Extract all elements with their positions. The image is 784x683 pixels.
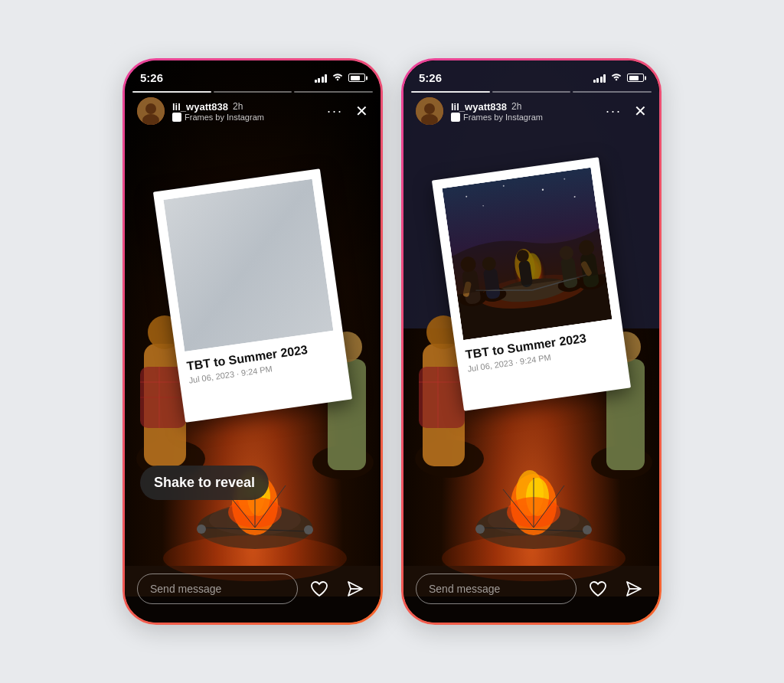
polaroid-frame-right: TBT to Summer 2023 Jul 06, 2023 · 9:24 P… — [432, 157, 631, 411]
message-bar-right: Send message — [416, 574, 647, 604]
avatar-left — [137, 97, 165, 125]
message-placeholder-right: Send message — [429, 583, 500, 595]
header-info-left: lil_wyatt838 2h Frames by Instagram — [172, 101, 327, 122]
phone-right: 5:26 — [401, 58, 662, 625]
polaroid-right: TBT to Summer 2023 Jul 06, 2023 · 9:24 P… — [432, 157, 631, 411]
svg-point-55 — [424, 103, 435, 114]
phone-right-wrapper: 5:26 — [401, 58, 662, 625]
frames-row-right: Frames by Instagram — [451, 113, 606, 122]
wifi-icon-right — [610, 72, 622, 83]
svg-point-20 — [197, 525, 206, 534]
progress-bar-3 — [294, 91, 373, 93]
message-input-right[interactable]: Send message — [416, 574, 577, 604]
status-icons-right — [593, 72, 645, 83]
message-input-left[interactable]: Send message — [137, 574, 298, 604]
status-time-left: 5:26 — [140, 71, 163, 84]
progress-bar-r2 — [492, 91, 571, 93]
svg-point-21 — [304, 525, 313, 534]
signal-icon-left — [315, 74, 328, 83]
progress-bar-1 — [132, 91, 211, 93]
avatar-right — [416, 97, 443, 125]
phone-left-wrapper: 5:26 — [122, 58, 383, 625]
username-left: lil_wyatt838 — [172, 101, 228, 113]
svg-point-26 — [145, 103, 156, 114]
time-ago-left: 2h — [233, 101, 243, 112]
header-actions-right: ··· ✕ — [606, 102, 647, 120]
status-bar-right: 5:26 — [419, 71, 644, 84]
battery-icon-right — [627, 74, 644, 82]
page-container: 5:26 — [107, 43, 677, 640]
frames-row-left: Frames by Instagram — [172, 113, 327, 122]
polaroid-scene-svg — [442, 168, 612, 340]
progress-bars-left — [132, 91, 373, 93]
polaroid-blank-left — [163, 179, 333, 351]
more-button-left[interactable]: ··· — [327, 103, 343, 119]
status-icons-left — [315, 72, 366, 83]
svg-point-49 — [475, 525, 485, 534]
story-header-left: lil_wyatt838 2h Frames by Instagram ··· … — [137, 97, 368, 125]
frames-icon-right — [451, 113, 460, 122]
polaroid-left: TBT to Summer 2023 Jul 06, 2023 · 9:24 P… — [153, 168, 352, 423]
time-ago-right: 2h — [511, 101, 521, 112]
phone-right-screen: 5:26 — [403, 60, 659, 623]
header-info-right: lil_wyatt838 2h Frames by Instagram — [451, 101, 606, 122]
polaroid-image-left — [163, 179, 333, 351]
status-time-right: 5:26 — [419, 71, 442, 84]
svg-point-50 — [583, 525, 592, 534]
phone-left: 5:26 — [122, 58, 383, 625]
send-button-left[interactable] — [341, 575, 368, 603]
signal-icon-right — [593, 74, 606, 83]
shake-badge[interactable]: Shake to reveal — [140, 466, 269, 500]
progress-bar-2 — [214, 91, 292, 93]
close-button-left[interactable]: ✕ — [355, 102, 368, 120]
username-right: lil_wyatt838 — [451, 101, 507, 113]
progress-bars-right — [411, 91, 652, 93]
progress-bar-r1 — [411, 91, 490, 93]
wifi-icon-left — [332, 72, 344, 83]
heart-button-right[interactable] — [584, 575, 612, 603]
frames-label-left: Frames by Instagram — [185, 113, 264, 122]
story-header-right: lil_wyatt838 2h Frames by Instagram ··· … — [416, 97, 647, 125]
close-button-right[interactable]: ✕ — [634, 102, 647, 120]
send-button-right[interactable] — [619, 575, 647, 603]
svg-rect-33 — [419, 367, 465, 428]
header-actions-left: ··· ✕ — [327, 102, 368, 120]
polaroid-frame-left: TBT to Summer 2023 Jul 06, 2023 · 9:24 P… — [153, 168, 352, 423]
frames-label-right: Frames by Instagram — [463, 113, 543, 122]
phone-left-screen: 5:26 — [125, 60, 381, 623]
message-placeholder-left: Send message — [150, 583, 221, 595]
heart-button-left[interactable] — [305, 575, 333, 603]
more-button-right[interactable]: ··· — [606, 103, 622, 119]
battery-icon-left — [348, 74, 365, 82]
frames-icon-left — [172, 113, 181, 122]
status-bar-left: 5:26 — [140, 71, 365, 84]
progress-bar-r3 — [573, 91, 652, 93]
message-bar-left: Send message — [137, 574, 368, 604]
polaroid-image-right — [442, 168, 612, 340]
